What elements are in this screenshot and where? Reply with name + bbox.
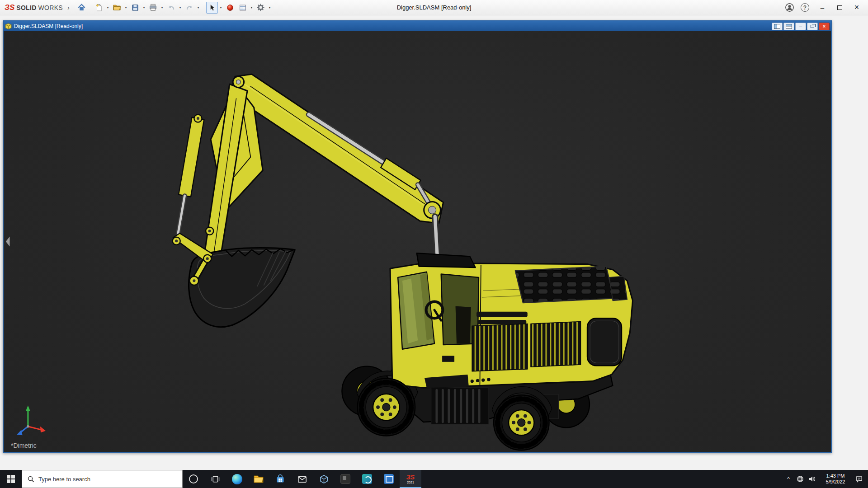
select-tool-button[interactable] [206, 2, 218, 14]
roof-visor [417, 253, 476, 267]
user-account-button[interactable] [783, 0, 796, 15]
taskbar-icon-mail[interactable] [291, 470, 313, 488]
save-button[interactable] [129, 2, 141, 14]
show-desktop-button[interactable] [865, 470, 868, 488]
volume-button[interactable] [806, 470, 818, 488]
side-vent [609, 276, 627, 300]
cortana-button[interactable] [183, 470, 204, 488]
store-icon [275, 474, 285, 484]
app-maximize-button[interactable] [831, 0, 848, 15]
pane-layout-button-2[interactable] [783, 23, 794, 30]
document-window: Digger.SLDASM [Read-only] – × [3, 20, 832, 453]
taskbar-icon-file-explorer[interactable] [248, 470, 269, 488]
split-pane-top-icon [786, 24, 792, 29]
options-dropdown[interactable]: ▾ [268, 5, 272, 9]
start-button[interactable] [0, 470, 22, 488]
app-titlebar: ЗS SOLIDWORKS › ▾ ▾ ▾ ▾ [0, 0, 868, 15]
elbow-pivot-center [428, 206, 436, 214]
drawing-sheet-button[interactable] [237, 2, 249, 14]
select-dropdown[interactable]: ▾ [219, 5, 223, 9]
maximize-icon [837, 5, 842, 10]
home-icon [77, 3, 86, 12]
apex-pivot-center [236, 80, 241, 84]
undo-icon [167, 4, 175, 12]
open-button[interactable] [111, 2, 123, 14]
taskbar-icon-3d-viewer[interactable] [313, 470, 335, 488]
panel-collapse-arrow[interactable] [6, 237, 10, 247]
solidworks-logo: ЗS SOLIDWORKS [5, 3, 63, 12]
pane-layout-button-1[interactable] [772, 23, 783, 30]
document-title: Digger.SLDASM [Read-only] [14, 23, 83, 29]
app-close-button[interactable]: × [848, 0, 865, 15]
document-titlebar[interactable]: Digger.SLDASM [Read-only] – × [4, 21, 831, 31]
drawing-sheet-dropdown[interactable]: ▾ [250, 5, 254, 9]
boom-arm [230, 74, 443, 223]
save-dropdown[interactable]: ▾ [142, 5, 146, 9]
side-grille-right [531, 322, 580, 367]
app-window-title: Digger.SLDASM [Read-only] [397, 0, 472, 15]
view-orientation-label: *Dimetric [11, 442, 37, 449]
mdi-client-area: Digger.SLDASM [Read-only] – × [0, 15, 868, 470]
edge-icon [232, 474, 242, 484]
redo-dropdown[interactable]: ▾ [196, 5, 201, 9]
sphere-tool-button[interactable] [224, 2, 236, 14]
brand-works: WORKS [38, 4, 63, 11]
taskbar-icon-solidworks[interactable]: ЗS 2021 [400, 470, 421, 488]
mail-icon [297, 474, 307, 484]
brand-solid: SOLID [16, 4, 36, 11]
3d-scene[interactable] [4, 31, 831, 452]
print-button[interactable] [147, 2, 159, 14]
task-view-button[interactable] [204, 470, 226, 488]
search-icon [28, 476, 34, 483]
menu-expand-chevron-icon[interactable]: › [67, 4, 70, 11]
document-window-controls: – × [772, 23, 830, 30]
help-button[interactable]: ? [801, 3, 809, 12]
bucket-cylinder-barrel [179, 117, 204, 197]
taskbar-icon-edrawings[interactable] [356, 470, 378, 488]
3d-viewer-icon [319, 474, 329, 484]
excavator-model [173, 74, 633, 450]
edrawings-icon [362, 474, 372, 484]
home-button[interactable] [76, 2, 88, 14]
print-dropdown[interactable]: ▾ [160, 5, 165, 9]
sw-year-badge: 2021 [407, 481, 414, 484]
hidden-icons-button[interactable]: ^ [783, 470, 794, 488]
doc-minimize-button[interactable]: – [795, 23, 806, 30]
rear-wheel [494, 395, 549, 450]
select-cursor-icon [208, 4, 216, 12]
network-button[interactable] [794, 470, 806, 488]
composer-icon [384, 474, 394, 484]
door-handle [442, 356, 454, 361]
search-input[interactable] [38, 476, 165, 483]
taskbar-clock[interactable]: 1:43 PM 5/9/2022 [818, 473, 853, 485]
split-pane-left-icon [774, 24, 780, 29]
new-document-icon [95, 4, 103, 12]
taskbar-icon-store[interactable] [269, 470, 291, 488]
graphics-viewport[interactable]: *Dimetric [4, 31, 831, 452]
undo-button[interactable] [165, 2, 177, 14]
taskbar-icon-composer[interactable] [378, 470, 400, 488]
taskbar-search[interactable] [22, 470, 183, 488]
options-button[interactable] [255, 2, 267, 14]
dark-app-icon [340, 474, 350, 484]
doc-close-button[interactable]: × [819, 23, 830, 30]
operator-seat [456, 306, 471, 343]
redo-button[interactable] [184, 2, 195, 14]
taskbar-icon-edge[interactable] [226, 470, 248, 488]
boom-edge-line [250, 86, 432, 209]
new-document-dropdown[interactable]: ▾ [106, 5, 110, 9]
boom-highlight [243, 83, 425, 206]
undo-dropdown[interactable]: ▾ [178, 5, 183, 9]
taskbar-icon-dark-app[interactable] [335, 470, 356, 488]
gear-icon [256, 3, 265, 12]
engine-grille [515, 266, 614, 303]
clock-time: 1:43 PM [820, 473, 851, 479]
file-explorer-icon [253, 474, 264, 484]
screen: ЗS SOLIDWORKS › ▾ ▾ ▾ ▾ [0, 0, 868, 488]
action-center-button[interactable] [853, 470, 865, 488]
new-document-button[interactable] [93, 2, 105, 14]
assembly-document-icon [5, 23, 12, 30]
doc-restore-button[interactable] [807, 23, 818, 30]
app-minimize-button[interactable]: – [814, 0, 831, 15]
open-dropdown[interactable]: ▾ [124, 5, 128, 9]
